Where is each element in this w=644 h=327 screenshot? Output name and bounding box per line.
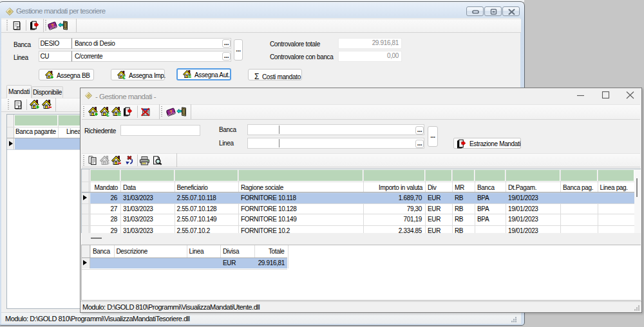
svg-text:€: € [106, 111, 109, 117]
svg-text:€: € [122, 75, 126, 79]
